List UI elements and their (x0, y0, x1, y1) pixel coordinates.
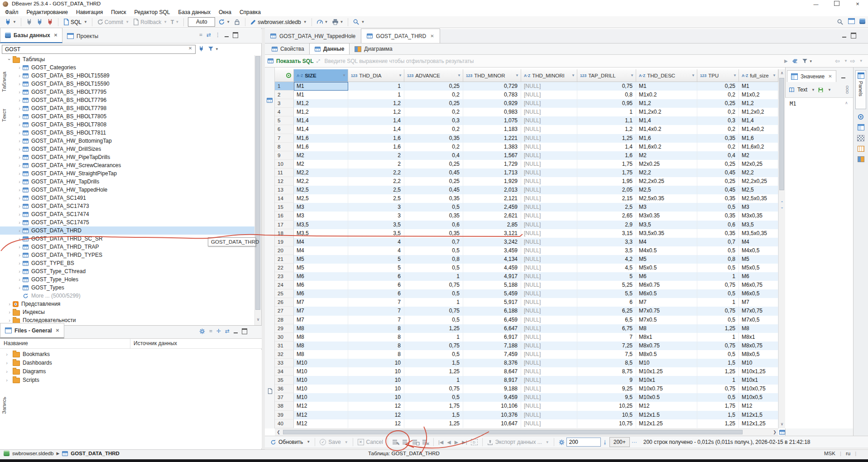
column-menu-icon[interactable]: ▼ (342, 73, 346, 77)
grid-cell[interactable]: 0,75 (404, 281, 463, 289)
grid-cell[interactable]: M4x0,5 (739, 246, 778, 255)
grid-cell[interactable]: 3,5 (348, 229, 404, 238)
chevron-right-icon[interactable]: › (4, 369, 10, 374)
grid-cell[interactable]: 10,75 (577, 419, 636, 428)
grid-cell[interactable]: 0,5 (404, 203, 463, 212)
grid-cell[interactable]: 7 (348, 298, 404, 307)
clear-filter-icon[interactable]: ✕ (188, 46, 192, 51)
grid-cell[interactable]: 8 (348, 324, 404, 333)
perspective-editor-icon[interactable] (848, 18, 855, 25)
view-menu-icon[interactable]: ⋮ (215, 32, 221, 38)
grid-cell[interactable]: 5,188 (463, 281, 521, 289)
grid-cell[interactable]: 0,5 (697, 289, 739, 298)
grid-cell[interactable]: 0,5 (697, 350, 739, 359)
grid-cell[interactable]: [NULL] (521, 91, 577, 99)
grid-cell[interactable]: 7 (577, 333, 636, 342)
grid-cell[interactable]: M5 (739, 255, 778, 264)
row-number-cell[interactable]: 35 (275, 376, 294, 385)
grid-cell[interactable]: M3 (294, 212, 348, 220)
minimize-panel-icon[interactable] (225, 36, 229, 37)
grid-presenter-icon[interactable] (267, 98, 273, 104)
metadata-panel-icon[interactable] (858, 146, 864, 152)
grid-cell[interactable]: 7,459 (463, 350, 521, 359)
grid-cell[interactable]: 12 (348, 419, 404, 428)
tree-item-gost-types[interactable]: ›GOST_Types (0, 284, 254, 292)
gear-icon[interactable] (199, 328, 205, 334)
grid-cell[interactable]: M12 (294, 411, 348, 419)
grid-cell[interactable]: 0,25 (697, 160, 739, 168)
grid-cell[interactable]: 0,2 (697, 108, 739, 116)
grid-cell[interactable]: 7,25 (577, 342, 636, 350)
row-number-cell[interactable]: 32 (275, 350, 294, 359)
grid-cell[interactable]: 3,3 (577, 238, 636, 246)
grid-column-header-thd_minor[interactable]: 123THD_MINOR▼ (463, 69, 521, 82)
grid-cell[interactable]: 0,5 (404, 393, 463, 402)
grid-cell[interactable]: 0,2 (404, 91, 463, 99)
chevron-right-icon[interactable]: › (16, 130, 23, 135)
grid-cell[interactable]: 1,25 (697, 324, 739, 333)
grid-cell[interactable]: M3 (294, 203, 348, 212)
grid-cell[interactable]: 5 (577, 272, 636, 281)
grid-cell[interactable]: M5 (294, 264, 348, 272)
grid-cell[interactable]: M10x0,75 (739, 385, 778, 393)
grid-cell[interactable]: M12x1,5 (739, 411, 778, 419)
grid-cell[interactable]: M2,2x0.25 (636, 177, 697, 186)
grid-cell[interactable]: 1,2 (577, 125, 636, 134)
maximize-panel-icon[interactable] (242, 328, 247, 334)
panel-sash[interactable] (262, 28, 265, 449)
grid-cell[interactable]: M7 (636, 298, 697, 307)
previous-row-icon[interactable]: ◀ (447, 439, 451, 445)
grid-cell[interactable]: 0,5 (404, 289, 463, 298)
grid-cell[interactable]: 0,2 (404, 143, 463, 151)
chevron-right-icon[interactable]: › (16, 163, 23, 168)
first-row-icon[interactable]: |◀ (438, 439, 443, 445)
grid-cell[interactable]: M2,2x0,25 (739, 177, 778, 186)
txn-auto-box[interactable]: Auto (188, 17, 215, 27)
grid-cell[interactable]: 0,35 (404, 194, 463, 203)
grid-cell[interactable]: [NULL] (521, 307, 577, 315)
grid-cell[interactable]: 0,45 (404, 168, 463, 177)
grid-cell[interactable]: 4 (348, 246, 404, 255)
grid-cell[interactable]: 1 (697, 376, 739, 385)
files-item-bookmarks[interactable]: ›Bookmarks (0, 350, 262, 358)
grid-cell[interactable]: 0,75 (404, 385, 463, 393)
grid-column-header-tap_drill[interactable]: 123TAP_DRILL▼ (577, 69, 636, 82)
grid-cell[interactable]: [NULL] (521, 411, 577, 419)
chevron-right-icon[interactable]: › (6, 318, 13, 323)
grid-cell[interactable]: M2,5x0.35 (636, 194, 697, 203)
grid-cell[interactable]: 1,25 (404, 324, 463, 333)
grid-cell[interactable]: 0,2 (404, 108, 463, 116)
grid-cell[interactable]: M10x1,25 (739, 367, 778, 376)
transaction-mode-icon[interactable]: T▼ (171, 19, 179, 25)
grid-cell[interactable]: 3,242 (463, 238, 521, 246)
grouping-panel-icon[interactable] (858, 114, 863, 120)
grid-cell[interactable]: 0,35 (404, 229, 463, 238)
grid-cell[interactable]: 6 (348, 281, 404, 289)
grid-cell[interactable]: 1 (697, 333, 739, 342)
grid-cell[interactable]: 10,106 (463, 402, 521, 410)
grid-cell[interactable]: M8 (636, 324, 697, 333)
chevron-right-icon[interactable]: › (16, 195, 23, 201)
grid-cell[interactable]: M2,2 (294, 177, 348, 186)
close-icon[interactable]: ✕ (430, 34, 434, 38)
grid-cell[interactable]: 0,45 (404, 186, 463, 194)
row-number-cell[interactable]: 20 (275, 246, 294, 255)
grid-cell[interactable]: [NULL] (521, 151, 577, 160)
grid-cell[interactable]: M4 (294, 246, 348, 255)
grid-cell[interactable]: 6,75 (577, 324, 636, 333)
grid-cell[interactable]: M2 (636, 151, 697, 160)
grid-cell[interactable]: [NULL] (521, 99, 577, 108)
grid-cell[interactable]: M6 (294, 272, 348, 281)
grid-cell[interactable]: 0,2 (404, 125, 463, 134)
grid-cell[interactable]: M12x1,25 (739, 419, 778, 428)
row-number-cell[interactable]: 9 (275, 151, 294, 160)
grid-cell[interactable]: 8 (348, 333, 404, 342)
grid-cell[interactable]: 1,1 (577, 116, 636, 125)
delete-row-icon[interactable]: ✕ (422, 439, 429, 445)
perspective-database-icon[interactable] (859, 19, 865, 25)
grid-cell[interactable]: M1,4 (636, 116, 697, 125)
chevron-right-icon[interactable]: › (16, 73, 23, 78)
grid-cell[interactable]: [NULL] (521, 160, 577, 168)
grid-cell[interactable]: 2,121 (463, 194, 521, 203)
grid-cell[interactable]: 5 (348, 255, 404, 264)
